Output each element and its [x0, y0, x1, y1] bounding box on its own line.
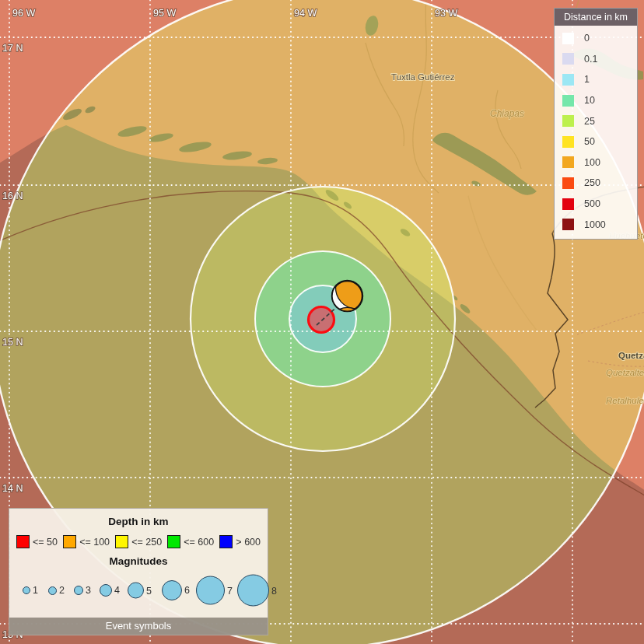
lat-label: 16 N	[2, 191, 23, 201]
magnitude-label: 1	[33, 585, 38, 596]
distance-label: 0.1	[584, 54, 597, 65]
distance-swatch	[562, 74, 574, 86]
lon-label: 93 W	[435, 8, 457, 19]
distance-swatch	[562, 219, 574, 230]
distance-label: 500	[584, 198, 600, 209]
distance-label: 1000	[584, 219, 606, 230]
depth-legend-row: <= 50 <= 100 <= 250 <= 600 > 600	[9, 535, 268, 548]
region-label-quetzaltenango: Quetzaltenango	[606, 368, 644, 377]
distance-legend-body: 0 0.1 1 10 25 50 100 250 500 1000	[555, 26, 637, 239]
lat-label: 14 N	[2, 483, 23, 494]
distance-swatch	[562, 33, 574, 44]
distance-legend-row: 50	[562, 132, 637, 152]
region-label-retalhuleu: Retalhuleu	[606, 396, 644, 405]
distance-legend-row: 0.1	[562, 49, 637, 68]
magnitude-circle	[23, 586, 30, 594]
city-label-quetzaltenango: Quetzaltenango	[618, 351, 644, 360]
distance-legend-row: 100	[562, 152, 637, 172]
magnitude-label: 8	[271, 585, 277, 596]
event-symbols-legend-panel: Depth in km <= 50 <= 100 <= 250 <= 600 >…	[9, 508, 268, 635]
distance-swatch	[562, 53, 574, 65]
magnitude-label: 4	[114, 585, 120, 596]
depth-item: <= 600	[167, 535, 214, 548]
lat-label: 17 N	[2, 43, 23, 54]
magnitude-item: 6	[162, 580, 190, 600]
city-label-tuxtla: Tuxtla Gutiérrez	[391, 72, 455, 82]
distance-legend-row: 250	[562, 173, 637, 193]
distance-swatch	[562, 115, 574, 127]
depth-label: <= 100	[79, 537, 110, 548]
magnitudes-legend-title: Magnitudes	[9, 555, 268, 567]
depth-item: <= 50	[16, 535, 58, 548]
distance-legend-row: 25	[562, 111, 637, 131]
distance-swatch	[562, 95, 574, 107]
lat-label: 15 N	[2, 337, 23, 348]
event-symbols-footer: Event symbols	[9, 618, 268, 635]
depth-swatch	[115, 535, 128, 548]
magnitude-item: 2	[48, 585, 65, 596]
distance-swatch	[562, 198, 574, 210]
focal-mechanism-beachball[interactable]	[332, 281, 362, 311]
magnitude-item: 1	[23, 585, 38, 596]
depth-item: > 600	[219, 535, 261, 548]
depth-swatch	[16, 535, 30, 548]
distance-legend-row: 1	[562, 70, 637, 89]
depth-label: <= 250	[131, 537, 162, 548]
depth-legend-title: Depth in km	[9, 516, 268, 527]
magnitude-circle	[162, 580, 182, 600]
distance-swatch	[562, 156, 574, 168]
magnitude-label: 6	[184, 585, 190, 596]
epicenter-circle[interactable]	[309, 307, 334, 333]
beachball-bottom-lobe	[340, 308, 355, 312]
distance-label: 25	[584, 116, 595, 127]
depth-item: <= 100	[63, 535, 110, 548]
region-label-chiapas: Chiapas	[490, 108, 524, 119]
distance-legend-row: 10	[562, 91, 637, 110]
distance-legend-row: 0	[562, 29, 637, 48]
depth-label: <= 600	[184, 537, 214, 548]
map-view: 96 W 95 W 94 W 93 W 92 W 17 N 16 N 15 N …	[0, 0, 644, 644]
magnitudes-legend-row: 1 2 3 4 5 6 7 8	[9, 571, 268, 610]
depth-label: <= 50	[33, 537, 58, 548]
magnitude-item: 5	[128, 583, 152, 599]
magnitude-label: 5	[146, 585, 152, 596]
distance-label: 10	[584, 95, 595, 106]
magnitude-circle	[128, 583, 144, 599]
magnitude-item: 7	[196, 576, 233, 605]
magnitude-item: 8	[237, 575, 277, 607]
magnitude-label: 3	[86, 585, 91, 596]
depth-item: <= 250	[115, 535, 162, 548]
lon-label: 96 W	[12, 8, 35, 19]
distance-legend-title: Distance in km	[555, 9, 637, 26]
distance-label: 0	[584, 33, 590, 44]
distance-label: 100	[584, 157, 600, 168]
distance-legend-row: 1000	[562, 215, 637, 234]
distance-label: 250	[584, 177, 600, 188]
magnitude-item: 3	[74, 585, 91, 596]
magnitude-label: 7	[227, 585, 233, 596]
magnitude-circle	[48, 586, 57, 595]
distance-label: 50	[584, 136, 595, 147]
depth-label: > 600	[236, 537, 261, 548]
distance-swatch	[562, 136, 574, 148]
depth-swatch	[63, 535, 76, 548]
distance-swatch	[562, 177, 574, 189]
lon-label: 94 W	[294, 8, 317, 19]
distance-legend-row: 500	[562, 194, 637, 214]
magnitude-circle	[196, 576, 225, 605]
depth-swatch	[219, 535, 233, 548]
magnitude-circle	[100, 584, 112, 597]
magnitude-circle	[74, 586, 83, 595]
distance-label: 1	[584, 74, 590, 85]
depth-swatch	[167, 535, 180, 548]
magnitude-label: 2	[59, 585, 65, 596]
distance-legend-panel: Distance in km 0 0.1 1 10 25 50 100 250	[554, 8, 638, 240]
magnitude-item: 4	[100, 584, 120, 597]
magnitude-circle	[237, 575, 269, 607]
lon-label: 95 W	[153, 8, 176, 19]
